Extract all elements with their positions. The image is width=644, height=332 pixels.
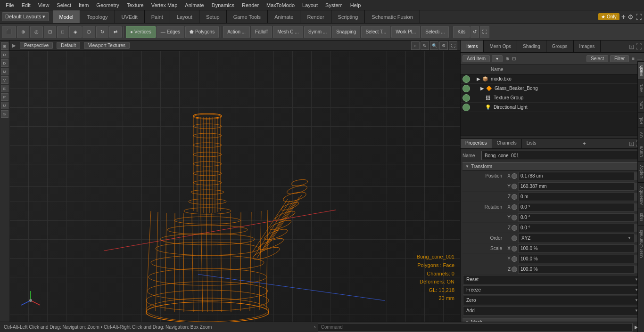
vert-tab-pol[interactable]: Pol. — [638, 113, 644, 128]
menu-edit[interactable]: Edit — [18, 1, 34, 9]
tab-gametools[interactable]: Game Tools — [227, 10, 268, 23]
scale-x-input[interactable] — [518, 244, 635, 253]
layout-dropdown[interactable]: Default Layouts ▾ — [2, 12, 49, 21]
order-dropdown[interactable]: XYZ ▼ — [518, 234, 635, 243]
mirror-btn[interactable]: ⇄ — [109, 26, 122, 38]
props-collapse-btn[interactable]: ⊡ — [629, 140, 635, 147]
items-select-btn[interactable]: Select — [586, 55, 608, 62]
menu-help[interactable]: Help — [347, 1, 365, 9]
position-y-input[interactable] — [518, 182, 635, 191]
default-btn[interactable]: Default — [57, 42, 80, 49]
work-pl-btn[interactable]: Work Pl... — [391, 26, 420, 38]
props-tab-lists[interactable]: Lists — [522, 139, 542, 148]
vert-tab-env[interactable]: Env. — [638, 97, 644, 113]
eye-btn-directional-light[interactable] — [462, 104, 470, 111]
sidebar-btn-1[interactable]: ⊞ — [1, 42, 8, 50]
sidebar-btn-8[interactable]: U — [1, 102, 8, 109]
expand-arrow-1[interactable]: ▶ — [480, 86, 484, 91]
menu-item[interactable]: Item — [75, 1, 92, 9]
tab-animate[interactable]: Animate — [268, 10, 300, 23]
add-layout-btn[interactable]: + — [621, 13, 626, 21]
tab-model[interactable]: Model — [53, 10, 81, 23]
sidebar-btn-7[interactable]: P — [1, 93, 8, 101]
menu-maxtomodo[interactable]: MaxToModo — [263, 1, 298, 9]
pivot-btn[interactable]: ◎ — [30, 26, 43, 38]
sidebar-btn-2[interactable]: D — [1, 51, 8, 58]
edges-btn[interactable]: — Edges — [157, 26, 184, 38]
panel-tab-shading[interactable]: Shading — [517, 40, 546, 52]
rotation-x-input[interactable] — [518, 203, 635, 211]
sidebar-btn-5[interactable]: V — [1, 76, 8, 84]
vertices-btn[interactable]: ● Vertices — [126, 26, 156, 38]
position-z-dot[interactable] — [512, 194, 517, 200]
star-only-btn[interactable]: ★ Only — [598, 13, 619, 20]
order-dot[interactable] — [512, 235, 517, 241]
command-input[interactable] — [318, 323, 633, 332]
tab-paint[interactable]: Paint — [145, 10, 170, 23]
item-row-modo-bxo[interactable]: ▶ 📦 modo.bxo — [461, 74, 644, 84]
fullscreen-icon[interactable]: ⛶ — [636, 13, 642, 21]
menu-select[interactable]: Select — [53, 1, 75, 9]
status-arrow[interactable]: › — [312, 324, 317, 330]
panel-tab-images[interactable]: Images — [574, 40, 601, 52]
kits-btn[interactable]: Kits — [453, 26, 470, 38]
name-input[interactable] — [481, 151, 642, 160]
scale-z-input[interactable] — [518, 265, 635, 274]
zero-btn[interactable]: Zero ▼ — [463, 296, 642, 305]
item-row-directional-light[interactable]: 💡 Directional Light — [461, 103, 644, 112]
position-z-input[interactable] — [518, 193, 635, 201]
mesh-c-btn[interactable]: Mesh C ... — [273, 26, 303, 38]
sidebar-btn-4[interactable]: M — [1, 68, 8, 75]
polygons-btn[interactable]: ⬟ Polygons — [185, 26, 219, 38]
transform-section-header[interactable]: ▼ Transform — [462, 162, 642, 171]
expand-arrow-0[interactable]: ▶ — [477, 76, 480, 81]
viewport-menu-btn[interactable]: ▶ — [12, 43, 16, 48]
refresh-btn[interactable]: ↺ — [471, 26, 479, 38]
select-rect-btn[interactable]: □ — [57, 26, 68, 38]
panel-collapse-btn[interactable]: ⊡ — [629, 43, 635, 50]
eye-btn-glass-beaker[interactable] — [462, 85, 470, 92]
eye-btn-modo-bxo[interactable] — [462, 75, 470, 83]
settings-icon[interactable]: ⚙ — [627, 13, 634, 21]
items-icon-2[interactable]: ⊡ — [512, 56, 516, 61]
rotation-z-dot[interactable] — [512, 225, 517, 231]
menu-system[interactable]: System — [322, 1, 347, 9]
menu-geometry[interactable]: Geometry — [92, 1, 123, 9]
select-poly-btn[interactable]: ⬡ — [83, 26, 95, 38]
vert-tab-user-channels[interactable]: User Channels — [638, 226, 644, 262]
item-row-glass-beaker[interactable]: ▶ 🔶 Glass_Beaker_Bong — [461, 84, 644, 93]
selecti-btn[interactable]: Selecti ... — [421, 26, 449, 38]
tab-scripting[interactable]: Scripting — [331, 10, 365, 23]
tab-layout[interactable]: Layout — [170, 10, 199, 23]
items-minus-btn[interactable]: — — [637, 56, 642, 61]
add-item-btn[interactable]: Add Item — [462, 55, 490, 62]
sidebar-btn-9[interactable]: S — [1, 110, 8, 118]
menu-render[interactable]: Render — [238, 1, 263, 9]
item-row-texture-group[interactable]: 🖼 Texture Group — [461, 93, 644, 103]
menu-texture[interactable]: Texture — [123, 1, 148, 9]
add-item-dropdown-btn[interactable]: ▾ — [492, 55, 503, 62]
snap-btn[interactable]: ⊡ — [44, 26, 56, 38]
panel-tab-items[interactable]: Items — [461, 40, 484, 52]
snapping-btn[interactable]: Snapping — [332, 26, 360, 38]
vert-tab-uv[interactable]: UV — [638, 128, 644, 142]
tab-schematic[interactable]: Schematic Fusion — [365, 10, 420, 23]
position-x-input[interactable] — [518, 172, 635, 180]
perspective-btn[interactable]: Perspective — [20, 42, 53, 49]
items-icon-1[interactable]: ⊕ — [505, 56, 509, 61]
vert-tab-assembly[interactable]: Assembly — [638, 182, 644, 209]
menu-layout[interactable]: Layout — [298, 1, 322, 9]
select-t-btn[interactable]: Select T... — [361, 26, 390, 38]
vert-tab-curve[interactable]: Curve — [638, 142, 644, 161]
scale-x-dot[interactable] — [512, 246, 517, 251]
viewport-textures-btn[interactable]: Viewport Textures — [84, 42, 130, 49]
reset-btn[interactable]: Reset ▼ — [463, 275, 642, 284]
panel-expand-btn[interactable]: ⛶ — [636, 43, 642, 50]
tab-render[interactable]: Render — [300, 10, 331, 23]
props-tab-properties[interactable]: Properties — [461, 139, 492, 148]
rotation-y-input[interactable] — [518, 213, 635, 222]
tab-setup[interactable]: Setup — [199, 10, 227, 23]
panel-tab-groups[interactable]: Groups — [546, 40, 574, 52]
rotation-z-input[interactable] — [518, 224, 635, 232]
symm-btn[interactable]: Symm ... — [304, 26, 331, 38]
